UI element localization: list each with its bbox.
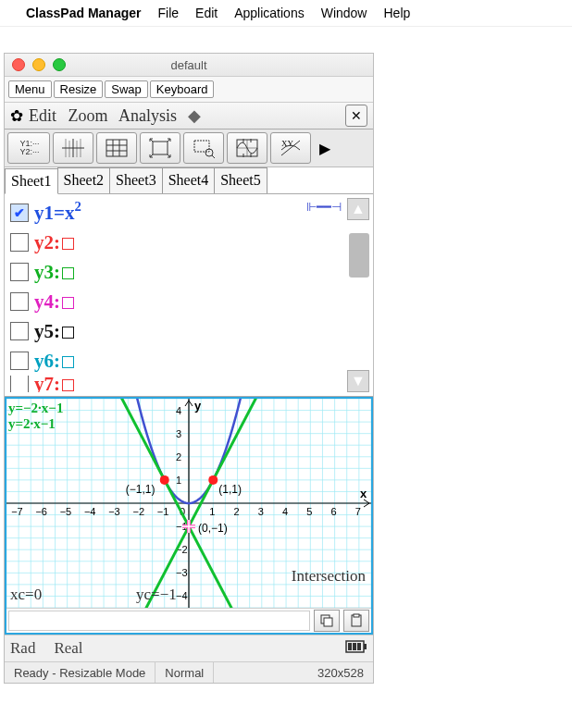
svg-text:4: 4 [176, 405, 181, 416]
toolbar-edit[interactable]: Edit [29, 106, 56, 125]
fn-row-y5[interactable]: y5: [10, 316, 367, 346]
copy-icon[interactable] [314, 610, 340, 632]
tab-sheet2[interactable]: Sheet2 [57, 167, 111, 193]
svg-rect-113 [357, 643, 361, 650]
scroll-down-icon[interactable]: ▼ [347, 370, 369, 392]
graph-bottom-bar [6, 608, 371, 633]
toolbar-zoom[interactable]: Zoom [68, 106, 108, 125]
app-name[interactable]: ClassPad Manager [26, 6, 142, 20]
trig-icon[interactable] [227, 132, 267, 164]
fn-row-y3[interactable]: y3: [10, 257, 367, 287]
yc-readout: yc=−1 [136, 586, 177, 604]
resize-button[interactable]: Resize [54, 80, 104, 98]
svg-text:(1,1): (1,1) [218, 483, 242, 496]
checkbox-y5[interactable] [10, 322, 29, 340]
svg-rect-110 [364, 644, 367, 649]
svg-text:−3: −3 [108, 506, 120, 517]
scrollbar-thumb[interactable] [349, 233, 369, 278]
fn-row-y7[interactable]: y7: [10, 376, 367, 392]
tab-sheet3[interactable]: Sheet3 [109, 167, 163, 193]
svg-rect-106 [324, 618, 332, 626]
svg-rect-108 [354, 614, 359, 617]
keyboard-button[interactable]: Keyboard [150, 80, 215, 98]
graph-input[interactable] [8, 611, 310, 631]
scroll-up-icon[interactable]: ▲ [347, 198, 369, 220]
fn-expr-y7[interactable]: y7: [34, 376, 74, 392]
svg-text:−4: −4 [84, 506, 96, 517]
diamond-icon[interactable]: ◆ [188, 105, 201, 126]
svg-text:2: 2 [176, 451, 181, 463]
table-icon[interactable] [96, 132, 137, 164]
svg-text:x: x [360, 487, 367, 500]
titlebar[interactable]: default [5, 54, 373, 77]
svg-point-96 [160, 475, 169, 485]
svg-text:−2: −2 [132, 506, 144, 517]
number-mode[interactable]: Real [54, 639, 82, 658]
tab-sheet1[interactable]: Sheet1 [5, 168, 58, 194]
xc-readout: xc=0 [10, 586, 42, 604]
mac-menu-window[interactable]: Window [321, 6, 367, 20]
mac-menu-help[interactable]: Help [383, 6, 410, 20]
graph-canvas[interactable]: −7−6−5−4−3−2−101234567−4−3−2−11234yx(−1,… [6, 399, 371, 608]
checkbox-y2[interactable] [10, 233, 29, 252]
svg-text:y: y [194, 399, 202, 413]
svg-text:−6: −6 [35, 506, 47, 517]
svg-text:2: 2 [234, 506, 240, 517]
toolbar-analysis[interactable]: Analysis [118, 106, 177, 125]
mode-bar: Rad Real [5, 635, 373, 661]
fn-row-y4[interactable]: y4: [10, 287, 367, 316]
sheet-tabs: Sheet1 Sheet2 Sheet3 Sheet4 Sheet5 [5, 167, 373, 194]
fn-row-y6[interactable]: y6: [10, 346, 367, 376]
checkbox-y3[interactable] [10, 263, 29, 281]
menu-button[interactable]: Menu [8, 80, 52, 98]
fn-expr-y2[interactable]: y2: [34, 231, 74, 254]
checkbox-y6[interactable] [10, 352, 29, 370]
mac-menu-bar: ClassPad Manager File Edit Applications … [0, 0, 572, 27]
svg-text:(0,−1): (0,−1) [198, 522, 228, 535]
fn-row-y2[interactable]: y2: [10, 228, 367, 257]
svg-text:−3: −3 [176, 567, 188, 578]
svg-rect-112 [353, 643, 356, 650]
function-list: ⊩━━⊣ ▲ ▼ ✔ y1=x2 y2: y3: y4: y5: y6: [5, 194, 373, 397]
fn-expr-y5[interactable]: y5: [34, 320, 74, 343]
gear-icon[interactable]: ✿ [10, 106, 23, 126]
mac-menu-edit[interactable]: Edit [195, 6, 218, 20]
tab-sheet4[interactable]: Sheet4 [162, 167, 216, 193]
fn-expr-y4[interactable]: y4: [34, 290, 74, 314]
svg-rect-11 [153, 142, 168, 154]
checkbox-y4[interactable] [10, 292, 29, 311]
svg-text:5: 5 [306, 506, 312, 517]
fn-expr-y1[interactable]: y1=x2 [34, 202, 81, 225]
svg-rect-6 [106, 140, 127, 156]
swap-button[interactable]: Swap [105, 80, 148, 98]
checkbox-y1[interactable]: ✔ [10, 204, 29, 222]
mac-menu-applications[interactable]: Applications [234, 6, 305, 20]
svg-text:7: 7 [355, 506, 361, 517]
window-title: default [5, 58, 373, 72]
svg-text:(−1,1): (−1,1) [126, 483, 155, 496]
battery-icon [345, 639, 367, 658]
svg-text:−4: −4 [176, 590, 188, 601]
svg-point-13 [205, 149, 213, 156]
tab-sheet5[interactable]: Sheet5 [214, 167, 267, 193]
fn-expr-y3[interactable]: y3: [34, 261, 74, 284]
status-ready: Ready - Resizable Mode [5, 662, 155, 683]
svg-text:6: 6 [331, 506, 337, 517]
axes-icon[interactable] [53, 132, 93, 164]
overflow-icon[interactable]: ▶ [314, 132, 336, 164]
angle-mode[interactable]: Rad [10, 639, 35, 658]
checkbox-y7[interactable] [10, 376, 29, 392]
status-size: 320x528 [308, 662, 373, 683]
panel-close-button[interactable]: ✕ [345, 105, 367, 127]
yeditor-icon[interactable]: Y1:···Y2:··· [7, 132, 50, 164]
paste-icon[interactable] [343, 610, 369, 632]
fn-expr-y6[interactable]: y6: [34, 350, 74, 373]
tangent-equations: y=−2·x−1 y=2·x−1 [8, 401, 63, 431]
line-style-indicator[interactable]: ⊩━━⊣ [306, 200, 342, 214]
fit-icon[interactable] [140, 132, 180, 164]
xy-swap-icon[interactable]: XY [270, 132, 311, 164]
graph-panel: −7−6−5−4−3−2−101234567−4−3−2−11234yx(−1,… [5, 397, 373, 635]
svg-text:−5: −5 [60, 506, 72, 517]
mac-menu-file[interactable]: File [158, 6, 180, 20]
zoombox-icon[interactable] [183, 132, 224, 164]
